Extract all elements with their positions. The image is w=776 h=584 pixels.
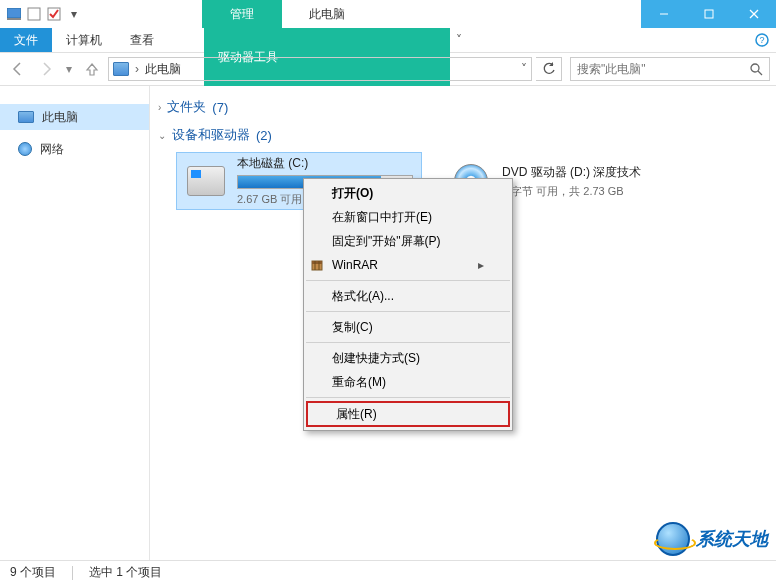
svg-rect-0: [7, 8, 21, 18]
svg-line-11: [758, 71, 762, 75]
sidebar-item-label: 此电脑: [42, 109, 78, 126]
menu-rename[interactable]: 重命名(M): [304, 370, 512, 394]
status-bar: 9 个项目 选中 1 个项目: [0, 560, 776, 584]
ribbon-tabs: 文件 计算机 查看 驱动器工具 ˅ ?: [0, 28, 776, 52]
svg-rect-1: [7, 18, 21, 20]
menu-separator: [306, 397, 510, 398]
hdd-icon: [185, 160, 227, 202]
breadcrumb-item[interactable]: 此电脑: [145, 61, 181, 78]
menu-separator: [306, 311, 510, 312]
network-icon: [18, 142, 32, 156]
recent-dropdown-icon[interactable]: ▾: [62, 57, 76, 81]
help-icon[interactable]: ?: [748, 28, 776, 52]
search-box[interactable]: [570, 57, 770, 81]
group-label: 文件夹: [167, 98, 206, 116]
svg-point-10: [751, 64, 759, 72]
qat-check-icon[interactable]: [46, 6, 62, 22]
chevron-right-icon: ›: [158, 102, 161, 113]
search-icon[interactable]: [750, 63, 763, 76]
menu-pin-start[interactable]: 固定到"开始"屏幕(P): [304, 229, 512, 253]
refresh-button[interactable]: [536, 57, 562, 81]
minimize-button[interactable]: [641, 0, 686, 28]
status-selected: 选中 1 个项目: [89, 564, 162, 581]
svg-rect-2: [28, 8, 40, 20]
address-bar[interactable]: › 此电脑 ˅: [108, 57, 532, 81]
quick-access-toolbar: ▾: [0, 6, 82, 22]
menu-winrar[interactable]: WinRAR ▸: [304, 253, 512, 277]
group-label: 设备和驱动器: [172, 126, 250, 144]
explorer-icon: [6, 6, 22, 22]
forward-button[interactable]: [34, 57, 58, 81]
search-input[interactable]: [577, 62, 750, 76]
svg-rect-5: [705, 10, 713, 18]
watermark-text: 系统天地: [696, 527, 768, 551]
sidebar-item-network[interactable]: 网络: [0, 136, 149, 162]
breadcrumb-sep-icon: ›: [135, 62, 139, 76]
ribbon-expand-icon[interactable]: ˅: [450, 28, 468, 52]
close-button[interactable]: [731, 0, 776, 28]
group-folders[interactable]: › 文件夹 (7): [158, 96, 766, 118]
pc-icon: [18, 111, 34, 123]
ribbon-tab-view[interactable]: 查看: [116, 28, 168, 52]
drive-name: DVD 驱动器 (D:) 深度技术: [502, 164, 680, 181]
navigation-bar: ▾ › 此电脑 ˅: [0, 52, 776, 86]
ribbon-tab-computer[interactable]: 计算机: [52, 28, 116, 52]
maximize-button[interactable]: [686, 0, 731, 28]
watermark: 系统天地: [656, 522, 768, 556]
svg-rect-13: [312, 261, 322, 264]
pc-icon: [113, 62, 129, 76]
status-item-count: 9 个项目: [10, 564, 56, 581]
sidebar-item-this-pc[interactable]: 此电脑: [0, 104, 149, 130]
drive-subtext: 0 字节 可用，共 2.73 GB: [502, 184, 680, 199]
back-button[interactable]: [6, 57, 30, 81]
menu-properties[interactable]: 属性(R): [306, 401, 510, 427]
menu-open[interactable]: 打开(O): [304, 181, 512, 205]
menu-create-shortcut[interactable]: 创建快捷方式(S): [304, 346, 512, 370]
nav-pane: 此电脑 网络: [0, 86, 150, 560]
menu-copy[interactable]: 复制(C): [304, 315, 512, 339]
titlebar: ▾ 管理 此电脑: [0, 0, 776, 28]
submenu-arrow-icon: ▸: [478, 258, 484, 272]
group-count: (2): [256, 128, 272, 143]
winrar-icon: [309, 257, 325, 273]
ribbon-tab-file[interactable]: 文件: [0, 28, 52, 52]
ribbon-context-tab[interactable]: 管理: [202, 0, 282, 28]
up-button[interactable]: [80, 57, 104, 81]
window-title: 此电脑: [282, 0, 372, 28]
qat-dropdown-icon[interactable]: ▾: [66, 6, 82, 22]
context-menu: 打开(O) 在新窗口中打开(E) 固定到"开始"屏幕(P) WinRAR ▸ 格…: [303, 178, 513, 431]
status-divider: [72, 566, 73, 580]
qat-item-icon[interactable]: [26, 6, 42, 22]
drive-name: 本地磁盘 (C:): [237, 155, 413, 172]
svg-text:?: ?: [759, 35, 764, 45]
address-dropdown-icon[interactable]: ˅: [521, 62, 527, 76]
menu-format[interactable]: 格式化(A)...: [304, 284, 512, 308]
group-count: (7): [212, 100, 228, 115]
chevron-down-icon: ⌄: [158, 130, 166, 141]
menu-separator: [306, 280, 510, 281]
sidebar-item-label: 网络: [40, 141, 64, 158]
menu-open-new-window[interactable]: 在新窗口中打开(E): [304, 205, 512, 229]
menu-separator: [306, 342, 510, 343]
group-devices[interactable]: ⌄ 设备和驱动器 (2): [158, 124, 766, 146]
globe-icon: [656, 522, 690, 556]
